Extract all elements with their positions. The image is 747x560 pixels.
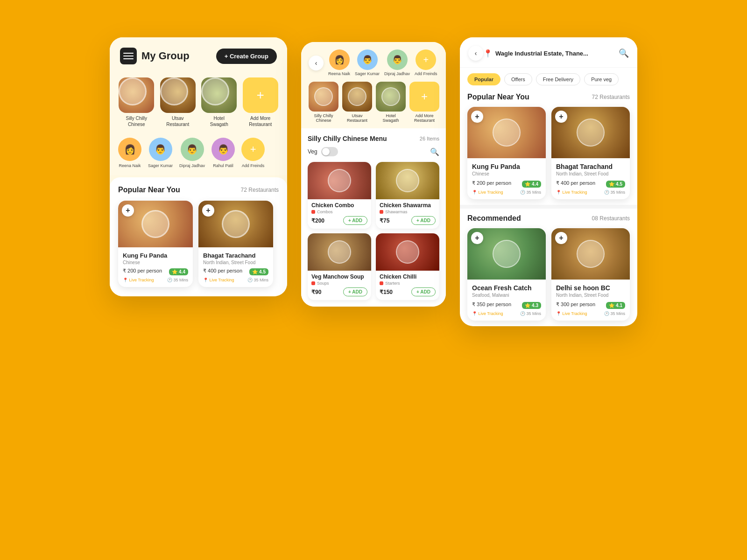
- restaurant-meta: 📍 Live Tracking 🕐 35 Mins: [472, 190, 541, 195]
- avatar-name: Reena Naik: [328, 71, 350, 76]
- avatar-item[interactable]: 👨 Rahul Patil: [211, 138, 235, 168]
- avatar-item[interactable]: 👨 Sager Kumar: [148, 138, 173, 168]
- add-button[interactable]: +: [471, 232, 483, 244]
- filter-pure-veg[interactable]: Pure veg: [584, 73, 619, 85]
- add-friend-item[interactable]: + Add Freinds: [415, 49, 437, 76]
- time-info: 🕐 35 Mins: [604, 190, 625, 195]
- add-friend-item[interactable]: + Add Freinds: [241, 138, 265, 168]
- restaurant-card-bhagat[interactable]: + Bhagat Tarachand North Indian, Street …: [198, 201, 273, 287]
- filter-free-delivery[interactable]: Free Delivery: [536, 73, 580, 85]
- restaurant-cuisine: North Indian, Street Food: [556, 171, 625, 176]
- add-more-restaurant-item[interactable]: + Add MoreRestaurant: [242, 77, 279, 127]
- menu-item-category: Starters: [380, 281, 436, 286]
- restaurant-cuisine: Seafood, Malwani: [472, 293, 541, 298]
- avatar-item[interactable]: 👩 Reena Naik: [328, 49, 350, 76]
- restaurant-item[interactable]: HotelSwagath: [376, 82, 406, 123]
- card2-avatar-row: ‹ 👩 Reena Naik 👨 Sager Kumar 👨 Dipraj Ja…: [309, 49, 438, 76]
- veg-label: Veg: [308, 148, 317, 155]
- restaurant-item[interactable]: Silly ChillyChinese: [309, 82, 338, 123]
- restaurant-card-kung-fu-panda[interactable]: + Kung Fu Panda Chinese ₹ 200 per person…: [118, 201, 193, 287]
- rating-badge: ⭐ 4.5: [249, 268, 268, 275]
- search-icon[interactable]: 🔍: [619, 48, 629, 58]
- restaurant-item[interactable]: HotelSwagath: [201, 77, 238, 127]
- live-tracking-info: 📍 Live Tracking: [203, 278, 234, 282]
- veg-toggle[interactable]: [321, 147, 338, 156]
- menu-item-veg-manchow-soup[interactable]: Veg Manchow Soup Soups ₹90 + ADD: [308, 233, 371, 300]
- restaurant-item[interactable]: UtsavRestaurant: [160, 77, 197, 127]
- menu-item-price-row: ₹200 + ADD: [308, 216, 371, 225]
- rating-badge: ⭐ 4.4: [522, 181, 541, 188]
- add-button[interactable]: +: [471, 111, 483, 123]
- filter-pills: Popular Offers Free Delivery Pure veg: [460, 68, 637, 91]
- menu-item-price: ₹90: [311, 289, 321, 295]
- menu-item-chicken-chilli[interactable]: Chicken Chilli Starters ₹150 + ADD: [376, 233, 439, 300]
- avatar-item[interactable]: 👨 Dipraj Jadhav: [179, 138, 205, 168]
- location-text: Wagle Industrial Estate, Thane...: [495, 50, 588, 57]
- menu-item-image: [376, 162, 439, 199]
- menu-icon[interactable]: [120, 48, 137, 64]
- add-friend-label: Add Freinds: [415, 71, 437, 76]
- rating-badge: ⭐ 4.1: [606, 302, 625, 309]
- menu-item-chicken-shawarma[interactable]: Chicken Shawarma Shawarmas ₹75 + ADD: [376, 162, 439, 229]
- live-tracking-info: 📍 Live Tracking: [123, 278, 154, 282]
- menu-line: [123, 58, 134, 59]
- menu-line: [123, 56, 134, 56]
- restaurant-name: Kung Fu Panda: [472, 163, 541, 170]
- category-dot: [311, 281, 315, 285]
- avatar-item[interactable]: 👨 Sager Kumar: [355, 49, 380, 76]
- toggle-knob: [322, 148, 330, 155]
- popular-section: Popular Near You 72 Restaurants + Kung F…: [110, 177, 287, 296]
- create-group-button[interactable]: + Create Group: [216, 49, 277, 64]
- menu-item-image: [308, 162, 371, 199]
- restaurant-card-bhagat[interactable]: + Bhagat Tarachand North Indian, Street …: [551, 107, 630, 199]
- menu-item-price-row: ₹90 + ADD: [308, 287, 371, 296]
- menu-item-info: Chicken Chilli Starters: [376, 271, 439, 286]
- add-more-box[interactable]: +: [243, 77, 278, 113]
- menu-item-chicken-combo[interactable]: Chicken Combo Combos ₹200 + ADD: [308, 162, 371, 229]
- restaurant-price: ₹ 350 per person: [472, 301, 511, 308]
- avatar-item[interactable]: 👨 Dipraj Jadhav: [384, 49, 410, 76]
- avatar-name: Dipraj Jadhav: [179, 163, 205, 168]
- add-friend-circle[interactable]: +: [241, 138, 265, 161]
- add-item-button[interactable]: + ADD: [343, 216, 367, 225]
- restaurant-card-name: Bhagat Tarachand: [203, 252, 268, 259]
- category-dot: [380, 281, 383, 285]
- restaurant-label: Silly ChillyChinese: [126, 115, 147, 127]
- menu-title: Silly Chilly Chinese Menu: [308, 135, 387, 142]
- avatar-name: Sager Kumar: [148, 163, 173, 168]
- add-button[interactable]: +: [555, 232, 567, 244]
- add-button[interactable]: +: [555, 111, 567, 123]
- restaurant-item[interactable]: UtsavRestaurant: [342, 82, 372, 123]
- restaurant-card-delhi[interactable]: + Delhi se hoon BC North Indian, Street …: [551, 228, 630, 321]
- search-icon[interactable]: 🔍: [430, 147, 439, 156]
- restaurant-image: [201, 77, 237, 113]
- avatar-name: Dipraj Jadhav: [384, 71, 410, 76]
- back-button[interactable]: ‹: [309, 56, 324, 70]
- add-restaurant-button[interactable]: +: [122, 204, 134, 217]
- avatar-item[interactable]: 👩 Reena Naik: [118, 138, 141, 168]
- restaurant-card-kung-fu-panda[interactable]: + Kung Fu Panda Chinese ₹ 200 per person…: [467, 107, 546, 199]
- filter-offers[interactable]: Offers: [504, 73, 532, 85]
- restaurant-label: Silly ChillyChinese: [314, 113, 333, 123]
- add-friend-label: Add Freinds: [242, 163, 265, 168]
- menu-item-info: Veg Manchow Soup Soups: [308, 271, 371, 286]
- restaurant-card-price: ₹ 400 per person: [203, 268, 242, 274]
- add-item-button[interactable]: + ADD: [411, 216, 436, 225]
- restaurant-card-info: Delhi se hoon BC North Indian, Street Fo…: [551, 280, 630, 321]
- menu-header: Silly Chilly Chinese Menu 26 Items: [308, 135, 439, 142]
- add-restaurant-button[interactable]: +: [202, 204, 214, 217]
- restaurant-item[interactable]: Silly ChillyChinese: [118, 77, 155, 127]
- add-more-box[interactable]: +: [409, 82, 439, 112]
- add-friend-circle[interactable]: +: [416, 49, 436, 70]
- restaurant-meta: 📍 Live Tracking 🕐 35 Mins: [556, 190, 625, 195]
- add-more-restaurant-item[interactable]: + Add MoreRestaurant: [409, 82, 439, 123]
- add-item-button[interactable]: + ADD: [411, 287, 436, 296]
- restaurant-card-meta: 📍 Live Tracking 🕐 35 Mins: [123, 278, 188, 282]
- add-item-button[interactable]: + ADD: [343, 287, 367, 296]
- restaurant-card-ocean-fresh[interactable]: + Ocean Fresh Catch Seafood, Malwani ₹ 3…: [467, 228, 546, 321]
- back-button[interactable]: ‹: [468, 46, 483, 61]
- restaurant-card-price: ₹ 200 per person: [123, 268, 162, 274]
- menu-item-category: Shawarmas: [380, 210, 436, 214]
- restaurant-card-info: Ocean Fresh Catch Seafood, Malwani ₹ 350…: [467, 280, 546, 321]
- filter-popular[interactable]: Popular: [467, 73, 500, 85]
